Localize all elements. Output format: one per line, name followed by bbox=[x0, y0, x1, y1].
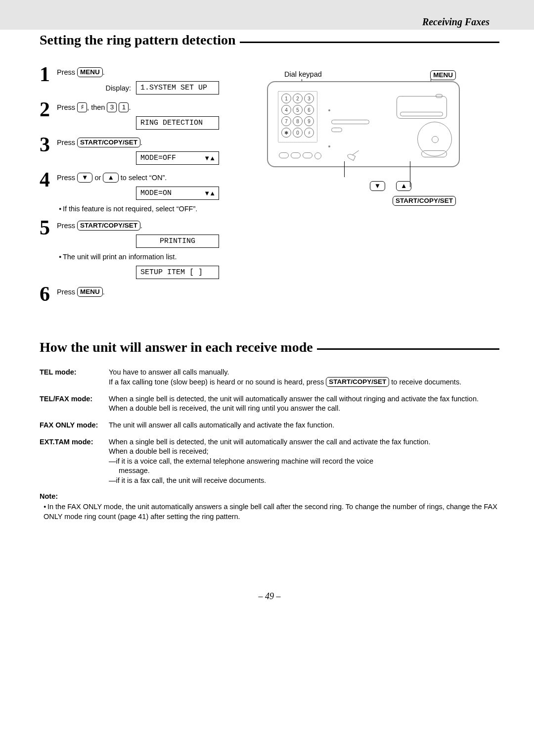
step-note: The unit will print an information list. bbox=[57, 253, 257, 261]
dot bbox=[328, 109, 330, 111]
device-button bbox=[436, 94, 443, 98]
display-label: Display: bbox=[57, 84, 136, 92]
fax-device-outline: 123 456 789 ✱0♯ bbox=[267, 81, 460, 167]
device-buttons-row bbox=[279, 152, 321, 159]
keypad-4: 4 bbox=[281, 105, 291, 115]
lcd-display: RING DETECTION bbox=[136, 116, 219, 130]
up-key: ▲ bbox=[103, 173, 118, 183]
step-number: 6 bbox=[40, 285, 57, 304]
step-number: 3 bbox=[40, 136, 57, 154]
chapter-title: Receiving Faxes bbox=[422, 16, 490, 28]
keypad-2: 2 bbox=[293, 94, 303, 103]
heading-rule bbox=[317, 348, 499, 350]
step-number: 4 bbox=[40, 171, 57, 189]
note-heading: Note: bbox=[40, 492, 499, 500]
device-button bbox=[331, 128, 342, 132]
device-mic-icon bbox=[347, 152, 362, 159]
start-copy-set-key: START/COPY/SET bbox=[326, 377, 389, 387]
down-key: ▼ bbox=[77, 173, 92, 183]
lcd-display: PRINTING bbox=[136, 235, 219, 248]
start-copy-set-key: START/COPY/SET bbox=[77, 221, 140, 231]
menu-key-callout: MENU bbox=[430, 70, 456, 80]
step-5: 5 Press START/COPY/SET. PRINTING The uni… bbox=[40, 219, 257, 284]
lcd-display: 1.SYSTEM SET UP bbox=[136, 81, 219, 94]
hash-key: ♯ bbox=[77, 102, 87, 112]
up-down-indicator: ▼▲ bbox=[204, 154, 215, 162]
step-2: 2 Press ♯, then 3 1. RING DETECTION bbox=[40, 100, 257, 135]
device-diagram: Dial keypad MENU 123 456 789 ✱0♯ bbox=[257, 65, 499, 305]
device-button bbox=[331, 120, 369, 124]
keypad-8: 8 bbox=[293, 116, 303, 126]
section-1-title: Setting the ring pattern detection bbox=[40, 32, 236, 48]
leader-line bbox=[344, 161, 345, 177]
up-down-indicator: ▼▲ bbox=[204, 189, 215, 197]
lcd-display: SETUP ITEM [ ] bbox=[136, 266, 219, 279]
one-key: 1 bbox=[119, 102, 129, 112]
lcd-display: MODE=OFF▼▲ bbox=[136, 151, 219, 165]
dial-keypad-label: Dial keypad bbox=[284, 70, 322, 80]
keypad-7: 7 bbox=[281, 116, 291, 126]
steps-column: 1 Press MENU. Display: 1.SYSTEM SET UP 2 bbox=[40, 65, 257, 305]
keypad-hash: ♯ bbox=[304, 128, 314, 138]
mode-tel-line2: If a fax calling tone (slow beep) is hea… bbox=[109, 377, 499, 387]
lcd-display: MODE=ON▼▲ bbox=[136, 187, 219, 200]
leader-line bbox=[410, 161, 410, 187]
start-copy-set-callout: START/COPY/SET bbox=[393, 196, 456, 206]
step-3: 3 Press START/COPY/SET. MODE=OFF▼▲ bbox=[40, 136, 257, 170]
keypad-6: 6 bbox=[304, 105, 314, 115]
section-2-heading: How the unit will answer in each receive… bbox=[40, 339, 499, 355]
page-header: Receiving Faxes bbox=[0, 0, 534, 30]
note-item: In the FAX ONLY mode, the unit automatic… bbox=[44, 502, 499, 521]
keypad-0: 0 bbox=[293, 128, 303, 138]
menu-key: MENU bbox=[77, 67, 103, 77]
note-list: In the FAX ONLY mode, the unit automatic… bbox=[40, 502, 499, 521]
keypad-9: 9 bbox=[304, 116, 314, 126]
step-number: 5 bbox=[40, 219, 57, 237]
start-copy-set-key: START/COPY/SET bbox=[77, 138, 140, 147]
step-1: 1 Press MENU. Display: 1.SYSTEM SET UP bbox=[40, 65, 257, 99]
mode-tel: TEL mode: You have to answer all calls m… bbox=[40, 368, 499, 387]
dial-keypad-area: 123 456 789 ✱0♯ bbox=[278, 91, 317, 142]
three-key: 3 bbox=[107, 102, 117, 112]
device-scs-button bbox=[421, 150, 447, 157]
dot bbox=[328, 145, 330, 147]
menu-key: MENU bbox=[77, 287, 103, 297]
mode-faxonly: FAX ONLY mode: The unit will answer all … bbox=[40, 421, 499, 430]
step-6: 6 Press MENU. bbox=[40, 285, 257, 304]
heading-rule bbox=[240, 42, 499, 43]
keypad-1: 1 bbox=[281, 94, 291, 103]
page-number: – 49 – bbox=[40, 591, 499, 621]
keypad-3: 3 bbox=[304, 94, 314, 103]
keypad-star: ✱ bbox=[281, 128, 291, 138]
step-4: 4 Press ▼ or ▲ to select “ON”. MODE=ON▼▲… bbox=[40, 171, 257, 218]
step-number: 1 bbox=[40, 65, 57, 84]
device-button bbox=[400, 112, 443, 116]
section-1-heading: Setting the ring pattern detection bbox=[40, 32, 499, 48]
step-number: 2 bbox=[40, 100, 57, 119]
step-note: If this feature is not required, select … bbox=[57, 205, 257, 213]
down-key-callout: ▼ bbox=[370, 181, 385, 191]
keypad-5: 5 bbox=[293, 105, 303, 115]
mode-telfax: TEL/FAX mode: When a single bell is dete… bbox=[40, 394, 499, 414]
section-2-title: How the unit will answer in each receive… bbox=[40, 339, 313, 355]
mode-exttam: EXT.TAM mode: When a single bell is dete… bbox=[40, 437, 499, 486]
